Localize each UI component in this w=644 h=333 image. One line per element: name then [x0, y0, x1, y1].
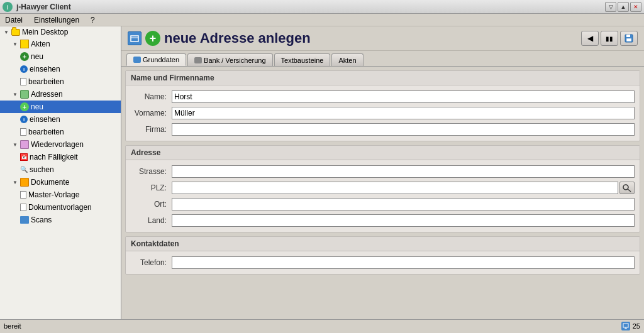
restore-button[interactable]: ▲: [618, 2, 629, 12]
land-input[interactable]: [172, 214, 635, 227]
form-plus-icon: +: [145, 31, 160, 46]
root-label: Mein Desktop: [22, 28, 68, 36]
minimize-button[interactable]: ▽: [605, 2, 616, 12]
svg-rect-4: [626, 38, 631, 41]
adressen-label: Adressen: [31, 90, 63, 99]
name-input[interactable]: [172, 90, 635, 103]
sidebar-item-adressen-einsehen[interactable]: i einsehen: [0, 113, 121, 126]
section-adresse-content: Strasse: PLZ: Ort:: [126, 160, 640, 232]
doc-icon-dokumentvorlagen: [20, 204, 26, 211]
sidebar-section-wiedervorlagen[interactable]: ▼ Wiedervorlagen: [0, 138, 121, 151]
land-label: Land:: [131, 216, 172, 225]
form-title-area: + neue Adresse anlegen: [128, 30, 311, 46]
ort-input[interactable]: [172, 198, 635, 210]
plz-input-group: [172, 182, 635, 194]
sidebar-item-akten-einsehen[interactable]: i einsehen: [0, 63, 121, 75]
menu-einstellungen[interactable]: Einstellungen: [31, 15, 82, 25]
adressen-einsehen-label: einsehen: [30, 115, 60, 124]
root-folder-icon: [11, 29, 20, 36]
sidebar-item-adressen-neu[interactable]: + neu: [0, 101, 121, 113]
firma-input[interactable]: [172, 123, 635, 136]
section-name-firmenname-content: Name: Vorname: Firma:: [126, 85, 640, 141]
sidebar-item-scans[interactable]: Scans: [0, 214, 121, 226]
sidebar-item-dokumentvorlagen[interactable]: Dokumentvorlagen: [0, 201, 121, 214]
akten-einsehen-label: einsehen: [30, 65, 60, 74]
form-header: + neue Adresse anlegen ◀ ▮▮: [121, 26, 644, 51]
title-bar: j j-Hawyer Client ▽ ▲ ✕: [0, 0, 644, 14]
sidebar-item-nach-faelligkeit[interactable]: 📅 nach Fälligkeit: [0, 151, 121, 163]
sidebar-item-akten-bearbeiten[interactable]: bearbeiten: [0, 75, 121, 88]
sidebar-section-adressen[interactable]: ▼ Adressen: [0, 88, 121, 101]
menu-bar: Datei Einstellungen ?: [0, 14, 644, 26]
wiedervorlagen-suchen-label: suchen: [30, 165, 54, 174]
tab-bank-label: Bank / Versicherung: [204, 57, 265, 64]
info-icon-adressen-einsehen: i: [20, 116, 28, 123]
field-strasse-row: Strasse:: [131, 165, 635, 178]
field-land-row: Land:: [131, 214, 635, 227]
status-computer-icon: [621, 322, 630, 330]
save-button[interactable]: [620, 31, 638, 46]
field-vorname-row: Vorname:: [131, 107, 635, 119]
status-text: bereit: [4, 322, 21, 330]
strasse-input[interactable]: [172, 165, 635, 178]
expand-root-icon: ▼: [3, 28, 10, 36]
expand-adressen-icon: ▼: [11, 90, 19, 98]
tab-bank-icon: [194, 57, 202, 63]
field-firma-row: Firma:: [131, 123, 635, 136]
window-controls[interactable]: ▽ ▲ ✕: [605, 2, 641, 12]
sidebar-item-master-vorlage[interactable]: Master-Vorlage: [0, 188, 121, 201]
calendar-icon-faelligkeit: 📅: [20, 153, 28, 161]
close-button[interactable]: ✕: [630, 2, 641, 12]
back-button[interactable]: ◀: [581, 31, 599, 46]
form-header-buttons[interactable]: ◀ ▮▮: [581, 31, 638, 46]
strasse-label: Strasse:: [131, 167, 172, 176]
telefon-input[interactable]: [172, 256, 635, 269]
doc-icon-master-vorlage: [20, 191, 26, 199]
vorname-input[interactable]: [172, 107, 635, 119]
master-vorlage-label: Master-Vorlage: [28, 190, 79, 199]
main-layout: ▼ Mein Desktop ▼ Akten + neu i einsehen: [0, 26, 644, 319]
field-telefon-row: Telefon:: [131, 256, 635, 269]
expand-akten-icon: ▼: [11, 40, 19, 48]
form-body: Name und Firmenname Name: Vorname: Firma…: [121, 66, 644, 319]
akten-label: Akten: [31, 40, 50, 48]
sidebar-item-adressen-bearbeiten[interactable]: bearbeiten: [0, 126, 121, 138]
plz-search-button[interactable]: [619, 182, 635, 194]
sidebar-section-akten[interactable]: ▼ Akten: [0, 38, 121, 50]
tab-grunddaten-label: Grunddaten: [143, 56, 179, 63]
section-name-firmenname: Name und Firmenname Name: Vorname: Firma…: [125, 70, 640, 141]
plus-icon-adressen-neu: +: [20, 102, 29, 111]
sidebar: ▼ Mein Desktop ▼ Akten + neu i einsehen: [0, 26, 121, 319]
firma-label: Firma:: [131, 125, 172, 134]
sidebar-item-wiedervorlagen-suchen[interactable]: 🔍 suchen: [0, 163, 121, 176]
tab-akten-label: Akten: [338, 57, 356, 64]
app-icon: j: [3, 2, 13, 12]
status-count: 25: [633, 322, 640, 330]
tab-textbausteine[interactable]: Textbausteine: [274, 53, 331, 66]
svg-rect-3: [626, 35, 630, 37]
scan-icon: [20, 216, 29, 224]
nach-faelligkeit-label: nach Fälligkeit: [30, 153, 78, 161]
section-kontaktdaten-content: Telefon:: [126, 251, 640, 274]
plz-input[interactable]: [172, 182, 618, 194]
split-button[interactable]: ▮▮: [601, 31, 618, 46]
svg-point-5: [623, 185, 628, 190]
dokumentvorlagen-label: Dokumentvorlagen: [28, 203, 92, 212]
akten-neu-label: neu: [31, 52, 43, 61]
tab-akten[interactable]: Akten: [331, 53, 363, 66]
doc-icon-akten-bearbeiten: [20, 78, 26, 85]
field-plz-row: PLZ:: [131, 182, 635, 194]
menu-help[interactable]: ?: [88, 15, 97, 25]
search-icon-wiedervorlagen: 🔍: [20, 166, 28, 173]
sidebar-section-dokumente[interactable]: ▼ Dokumente: [0, 176, 121, 188]
content-area: + neue Adresse anlegen ◀ ▮▮ Grunddaten B…: [121, 26, 644, 319]
sidebar-item-akten-neu[interactable]: + neu: [0, 50, 121, 63]
expand-wiedervorlagen-icon: ▼: [11, 141, 19, 148]
name-label: Name:: [131, 92, 172, 101]
menu-datei[interactable]: Datei: [3, 15, 25, 25]
tab-grunddaten[interactable]: Grunddaten: [126, 53, 186, 66]
tab-bank-versicherung[interactable]: Bank / Versicherung: [187, 53, 272, 66]
section-kontaktdaten-title: Kontaktdaten: [126, 237, 640, 251]
vorname-label: Vorname:: [131, 109, 172, 117]
sidebar-root[interactable]: ▼ Mein Desktop: [0, 26, 121, 38]
